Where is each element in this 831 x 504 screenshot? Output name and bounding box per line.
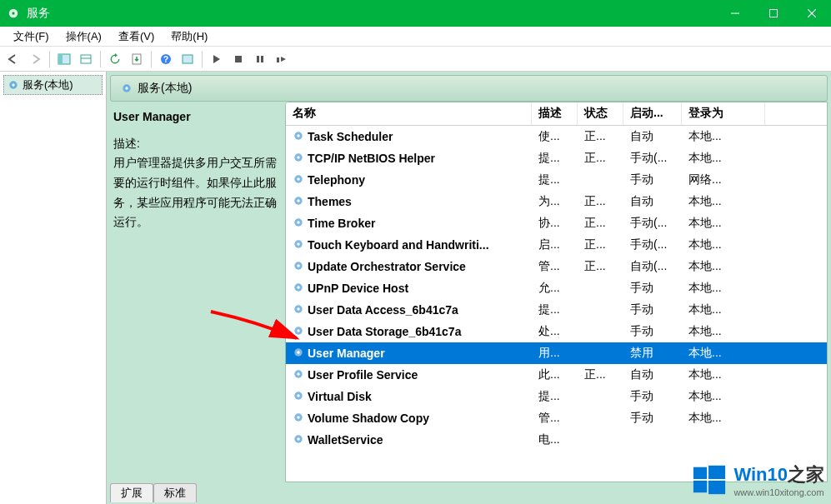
service-status: 正... (578, 366, 623, 384)
maximize-button[interactable] (754, 0, 793, 27)
service-logon: 本地... (682, 409, 765, 427)
content-pane: 服务(本地) User Manager 描述: 用户管理器提供多用户交互所需要的… (107, 72, 831, 504)
forward-button[interactable] (25, 49, 45, 69)
service-startup: 禁用 (623, 344, 682, 362)
service-startup: 自动 (623, 192, 682, 211)
column-startup[interactable]: 启动... (623, 102, 682, 125)
service-logon: 本地... (682, 322, 765, 341)
gear-icon (293, 173, 304, 187)
menu-file[interactable]: 文件(F) (5, 27, 58, 46)
gear-icon (293, 152, 304, 166)
close-button[interactable] (793, 0, 831, 27)
service-row[interactable]: Touch Keyboard and Handwriti...启...正...手… (286, 234, 827, 256)
svg-point-29 (297, 199, 300, 202)
service-startup: 自动 (623, 366, 682, 384)
pause-service-button[interactable] (250, 49, 270, 69)
service-desc: 使... (532, 127, 578, 146)
service-row[interactable]: User Manager用...禁用本地... (286, 342, 827, 364)
service-logon: 本地... (682, 301, 765, 319)
selected-service-name: User Manager (113, 110, 278, 123)
service-row[interactable]: User Data Storage_6b41c7a处...手动本地... (286, 321, 827, 342)
gear-icon (293, 433, 304, 447)
service-row[interactable]: User Profile Service此...正...自动本地... (286, 364, 827, 386)
nav-item-local-services[interactable]: 服务(本地) (3, 75, 103, 95)
svg-point-23 (297, 134, 300, 137)
service-startup: 手动(... (623, 236, 682, 254)
gear-icon (293, 238, 304, 252)
menu-help[interactable]: 帮助(H) (163, 27, 216, 46)
service-status: 正... (578, 149, 623, 167)
gear-icon (293, 390, 304, 404)
service-logon: 本地... (682, 366, 765, 384)
service-name: Telephony (308, 173, 365, 187)
svg-point-31 (297, 221, 300, 224)
service-row[interactable]: TCP/IP NetBIOS Helper提...正...手动(...本地... (286, 147, 827, 169)
service-row[interactable]: Volume Shadow Copy管...手动本地... (286, 407, 827, 429)
service-startup: 手动 (623, 301, 682, 319)
service-row[interactable]: WalletService电... (286, 429, 827, 451)
svg-point-27 (297, 177, 300, 181)
show-hide-tree-button[interactable] (54, 49, 74, 69)
service-row[interactable]: Themes为...正...自动本地... (286, 191, 827, 212)
tab-standard[interactable]: 标准 (153, 483, 197, 502)
service-name: User Data Access_6b41c7a (308, 303, 458, 317)
svg-point-51 (297, 437, 300, 441)
menu-view[interactable]: 查看(V) (110, 27, 163, 46)
svg-text:?: ? (163, 55, 168, 64)
watermark-brand-zh: 之家 (788, 464, 824, 485)
column-name[interactable]: 名称 (286, 102, 532, 125)
minimize-button[interactable] (716, 0, 754, 27)
service-row[interactable]: Task Scheduler使...正...自动本地... (286, 126, 827, 147)
description-label: 描述: (113, 137, 278, 152)
service-desc: 提... (532, 301, 578, 319)
service-startup: 手动 (623, 322, 682, 341)
service-logon: 本地... (682, 149, 765, 167)
export-list-button[interactable] (127, 49, 147, 69)
service-row[interactable]: User Data Access_6b41c7a提...手动本地... (286, 299, 827, 321)
service-status (578, 438, 623, 442)
service-status: 正... (578, 257, 623, 276)
svg-point-37 (297, 286, 300, 289)
service-startup: 自动 (623, 127, 682, 146)
menubar: 文件(F) 操作(A) 查看(V) 帮助(H) (0, 27, 831, 47)
description-text: 用户管理器提供多用户交互所需要的运行时组件。如果停止此服务，某些应用程序可能无法… (113, 153, 278, 232)
content-header: 服务(本地) (110, 75, 828, 102)
stop-service-button[interactable] (228, 49, 248, 69)
help-button[interactable]: ? (156, 49, 176, 69)
app-icon (5, 5, 22, 22)
main-area: 服务(本地) 服务(本地) User Manager 描述: 用户管理器提供多用… (0, 72, 831, 504)
service-row[interactable]: Telephony提...手动网络... (286, 169, 827, 191)
service-row[interactable]: Update Orchestrator Service管...正...自动(..… (286, 256, 827, 277)
start-service-button[interactable] (207, 49, 227, 69)
service-logon: 本地... (682, 387, 765, 406)
column-description[interactable]: 描述 (532, 102, 578, 125)
gear-icon (293, 412, 304, 426)
properties-button[interactable] (178, 49, 198, 69)
nav-tree: 服务(本地) (0, 72, 107, 504)
menu-action[interactable]: 操作(A) (58, 27, 110, 46)
tab-extended[interactable]: 扩展 (110, 483, 153, 502)
svg-rect-52 (693, 467, 707, 479)
column-status[interactable]: 状态 (578, 102, 623, 125)
svg-point-1 (12, 12, 15, 15)
back-button[interactable] (3, 49, 23, 69)
restart-service-button[interactable] (272, 49, 292, 69)
service-row[interactable]: Time Broker协...正...手动(...本地... (286, 212, 827, 234)
service-row[interactable]: Virtual Disk提...手动本地... (286, 386, 827, 407)
watermark: Win10之家 www.win10xitong.com (692, 462, 824, 497)
service-desc: 提... (532, 149, 578, 167)
gear-icon (293, 303, 304, 317)
watermark-brand-en: Win10 (733, 464, 788, 485)
gear-icon (293, 368, 304, 382)
service-startup: 手动 (623, 171, 682, 189)
service-name: Task Scheduler (308, 130, 393, 143)
service-status (578, 395, 623, 398)
gear-icon (293, 347, 304, 361)
service-startup (623, 438, 682, 442)
service-row[interactable]: UPnP Device Host允...手动本地... (286, 277, 827, 299)
column-logon[interactable]: 登录为 (682, 102, 765, 125)
export-button[interactable] (76, 49, 96, 69)
service-logon: 本地... (682, 192, 765, 211)
refresh-button[interactable] (105, 49, 125, 69)
svg-point-49 (297, 416, 300, 419)
